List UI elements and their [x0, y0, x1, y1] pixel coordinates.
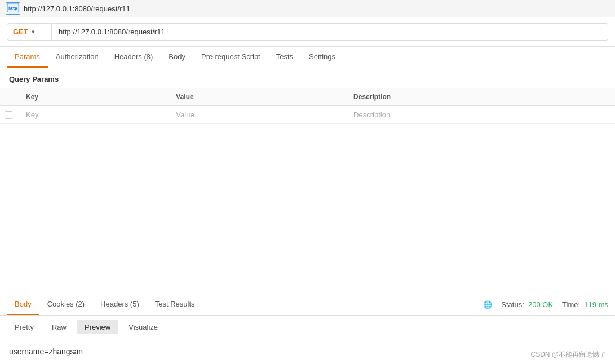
- tab-authorization[interactable]: Authorization: [48, 47, 107, 68]
- chevron-down-icon: ▾: [32, 29, 34, 35]
- value-cell[interactable]: Value: [167, 106, 344, 124]
- row-checkbox[interactable]: [0, 106, 17, 124]
- checkbox-col-header: [0, 88, 17, 106]
- http-icon: http: [7, 3, 19, 14]
- table-row: Key Value Description: [0, 106, 615, 124]
- tab-tests[interactable]: Tests: [268, 47, 301, 68]
- title-bar-text: http://127.0.0.1:8080/request/r11: [24, 5, 130, 13]
- tab-body[interactable]: Body: [161, 47, 193, 68]
- title-bar: http http://127.0.0.1:8080/request/r11: [0, 0, 615, 17]
- description-cell[interactable]: Description: [344, 106, 615, 124]
- key-cell[interactable]: Key: [17, 106, 167, 124]
- method-label: GET: [13, 28, 28, 36]
- description-column-header: Description: [344, 88, 615, 106]
- params-table: Key Value Description Key Value Descript…: [0, 88, 615, 124]
- url-bar: GET ▾: [0, 17, 615, 47]
- svg-text:http: http: [8, 6, 17, 11]
- key-column-header: Key: [17, 88, 167, 106]
- tab-pre-request-script[interactable]: Pre-request Script: [193, 47, 268, 68]
- request-tabs: Params Authorization Headers (8) Body Pr…: [0, 47, 615, 68]
- url-input[interactable]: [52, 23, 608, 41]
- http-badge: http: [6, 2, 20, 15]
- tab-params[interactable]: Params: [7, 47, 48, 68]
- query-params-label: Query Params: [0, 68, 615, 88]
- tab-settings[interactable]: Settings: [301, 47, 343, 68]
- method-select[interactable]: GET ▾: [7, 23, 52, 41]
- tab-headers[interactable]: Headers (8): [107, 47, 161, 68]
- value-column-header: Value: [167, 88, 344, 106]
